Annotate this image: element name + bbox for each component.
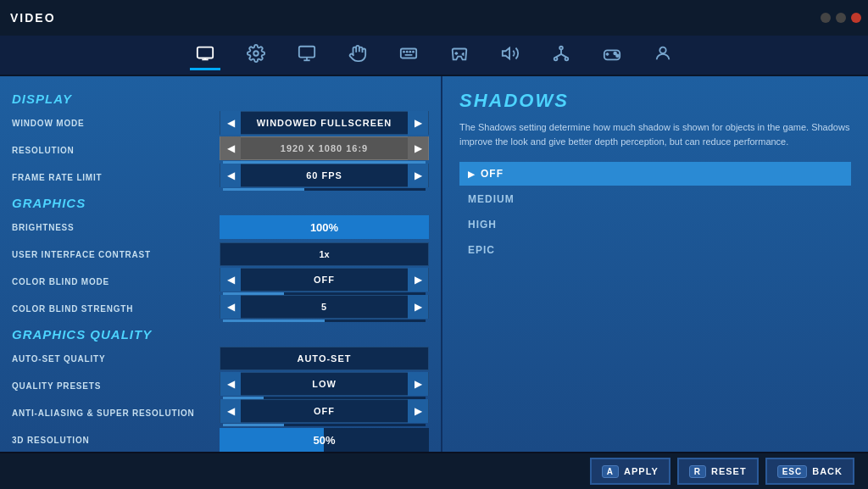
color-blind-mode-selector[interactable]: ◀ OFF ▶ (220, 268, 429, 292)
svg-point-22 (616, 54, 619, 57)
ui-contrast-row: USER INTERFACE CONTRAST 1x (12, 242, 429, 266)
resolution-next[interactable]: ▶ (408, 136, 428, 160)
brightness-label: BRIGHTNESS (12, 223, 220, 232)
nav-audio[interactable] (495, 40, 526, 70)
resolution-label: RESOLUTION (12, 146, 220, 155)
quality-presets-row: QUALITY PRESETS ◀ LOW ▶ (12, 374, 429, 397)
detail-description: The Shadows setting determine how much s… (459, 120, 851, 148)
svg-point-3 (253, 51, 259, 56)
option-off-label: OFF (481, 168, 504, 180)
quality-presets-value: LOW (241, 379, 408, 389)
nav-input[interactable] (342, 40, 373, 70)
svg-rect-4 (299, 46, 314, 57)
quality-presets-next[interactable]: ▶ (408, 372, 428, 396)
auto-set-quality-control: AUTO-SET (220, 347, 429, 370)
nav-gamepad[interactable] (597, 40, 627, 70)
quality-presets-prev[interactable]: ◀ (220, 372, 241, 396)
brightness-control: 100% (220, 215, 429, 239)
option-epic[interactable]: EPIC (459, 238, 851, 262)
anti-aliasing-prev[interactable]: ◀ (220, 399, 241, 423)
title-bar: VIDEO (0, 0, 868, 36)
maximize-button[interactable] (836, 13, 846, 23)
back-label: BACK (812, 466, 843, 476)
close-button[interactable] (851, 13, 861, 23)
selection-arrow-icon: ▶ (468, 169, 476, 179)
option-high-label: HIGH (468, 219, 497, 231)
back-button[interactable]: ESC BACK (765, 458, 854, 485)
svg-line-18 (556, 53, 561, 57)
nav-display2[interactable] (292, 40, 322, 70)
reset-key: R (689, 465, 706, 478)
color-blind-strength-label: COLOR BLIND STRENGTH (12, 304, 220, 314)
color-blind-strength-prev[interactable]: ◀ (220, 295, 241, 319)
window-mode-next[interactable]: ▶ (408, 111, 428, 135)
nav-bar (0, 36, 868, 76)
window-controls (821, 13, 861, 23)
frame-rate-row: FRAME RATE LIMIT ◀ 60 FPS ▶ (12, 165, 429, 189)
anti-aliasing-slider (223, 424, 426, 426)
option-high[interactable]: HIGH (459, 213, 851, 236)
nav-video[interactable] (190, 40, 220, 70)
frame-rate-prev[interactable]: ◀ (220, 164, 241, 187)
color-blind-strength-next[interactable]: ▶ (408, 295, 428, 319)
window-mode-prev[interactable]: ◀ (220, 111, 241, 135)
window-mode-label: WINDOW MODE (12, 119, 220, 128)
option-medium-label: MEDIUM (468, 193, 515, 205)
nav-account[interactable] (648, 40, 678, 70)
frame-rate-selector[interactable]: ◀ 60 FPS ▶ (220, 164, 429, 187)
anti-aliasing-slider-fill (223, 424, 284, 426)
resolution-row: RESOLUTION ◀ 1920 X 1080 16:9 ▶ (12, 138, 429, 162)
color-blind-mode-value: OFF (241, 275, 408, 285)
window-mode-row: WINDOW MODE ◀ WINDOWED FULLSCREEN ▶ (12, 111, 429, 135)
anti-aliasing-value: OFF (241, 406, 408, 416)
svg-rect-0 (198, 47, 213, 58)
option-medium[interactable]: MEDIUM (459, 187, 851, 211)
reset-label: RESET (711, 466, 747, 476)
frame-rate-value: 60 FPS (241, 170, 408, 181)
svg-rect-7 (401, 48, 416, 58)
3d-resolution-row: 3D RESOLUTION 50% (12, 428, 429, 452)
window-title: VIDEO (10, 11, 56, 25)
resolution-prev[interactable]: ◀ (220, 136, 241, 160)
ui-contrast-value: 1x (319, 249, 329, 259)
anti-aliasing-selector[interactable]: ◀ OFF ▶ (220, 399, 429, 423)
svg-point-15 (554, 57, 558, 60)
window-mode-selector[interactable]: ◀ WINDOWED FULLSCREEN ▶ (220, 111, 429, 135)
auto-set-quality-label: AUTO-SET QUALITY (12, 354, 220, 364)
anti-aliasing-label: ANTI-ALIASING & SUPER RESOLUTION (12, 408, 220, 418)
window-mode-control: ◀ WINDOWED FULLSCREEN ▶ (220, 111, 429, 135)
frame-rate-next[interactable]: ▶ (408, 164, 428, 187)
nav-controller[interactable] (444, 40, 475, 70)
nav-keyboard[interactable] (393, 40, 424, 70)
reset-button[interactable]: R RESET (677, 458, 759, 485)
nav-settings[interactable] (241, 40, 271, 70)
ui-contrast-label: USER INTERFACE CONTRAST (12, 250, 220, 259)
brightness-slider[interactable]: 100% (220, 215, 429, 239)
color-blind-strength-selector[interactable]: ◀ 5 ▶ (220, 295, 429, 319)
main-layout: DISPLAY WINDOW MODE ◀ WINDOWED FULLSCREE… (0, 76, 868, 452)
ui-contrast-selector[interactable]: 1x (220, 242, 429, 266)
auto-set-quality-row: AUTO-SET QUALITY AUTO-SET (12, 347, 429, 370)
nav-network[interactable] (546, 40, 576, 70)
graphics-section-title: GRAPHICS (12, 196, 429, 210)
display-section-title: DISPLAY (12, 92, 429, 106)
color-blind-mode-next[interactable]: ▶ (408, 268, 428, 292)
frame-rate-slider (223, 188, 426, 191)
anti-aliasing-next[interactable]: ▶ (408, 399, 428, 423)
color-blind-strength-value: 5 (241, 302, 408, 312)
apply-button[interactable]: A APPLY (590, 458, 670, 485)
color-blind-mode-label: COLOR BLIND MODE (12, 277, 220, 286)
quality-presets-selector[interactable]: ◀ LOW ▶ (220, 372, 429, 396)
minimize-button[interactable] (821, 13, 831, 23)
3d-resolution-slider[interactable]: 50% (220, 428, 429, 452)
anti-aliasing-row: ANTI-ALIASING & SUPER RESOLUTION ◀ OFF ▶ (12, 401, 429, 425)
brightness-row: BRIGHTNESS 100% (12, 215, 429, 239)
3d-resolution-control: 50% (220, 428, 429, 452)
option-off[interactable]: ▶ OFF (459, 162, 851, 186)
quality-presets-label: QUALITY PRESETS (12, 381, 220, 391)
color-blind-mode-row: COLOR BLIND MODE ◀ OFF ▶ (12, 270, 429, 293)
anti-aliasing-control: ◀ OFF ▶ (220, 401, 429, 425)
auto-set-quality-button[interactable]: AUTO-SET (220, 347, 429, 370)
color-blind-mode-prev[interactable]: ◀ (220, 268, 241, 292)
resolution-selector[interactable]: ◀ 1920 X 1080 16:9 ▶ (220, 136, 429, 160)
